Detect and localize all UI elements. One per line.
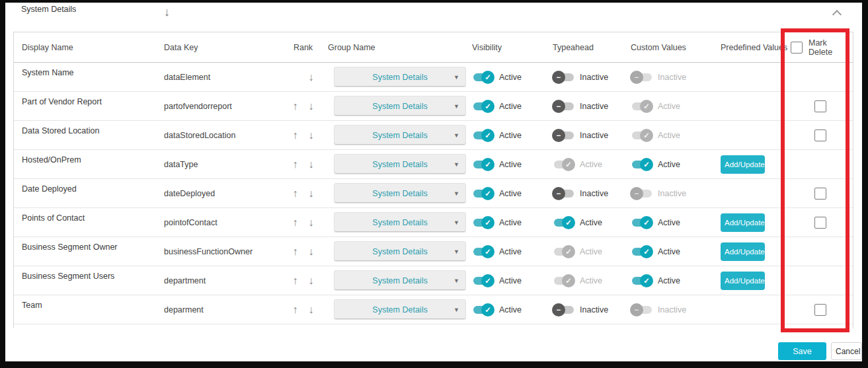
typeahead-toggle[interactable]: ✓: [553, 216, 575, 229]
visibility-toggle[interactable]: ✓: [472, 245, 494, 258]
visibility-toggle[interactable]: ✓: [472, 100, 494, 113]
mark-delete-cell: [788, 217, 853, 229]
custom-values-cell: ✓Active: [631, 274, 715, 287]
display-name-text: System Name: [22, 68, 74, 77]
check-icon: ✓: [640, 216, 653, 229]
add-update-button[interactable]: Add/Update: [721, 155, 765, 174]
rank-cell: ↑↓: [278, 188, 328, 199]
custom-values-toggle[interactable]: ✓: [631, 245, 653, 258]
column-header-typeahead: Typeahead: [553, 43, 631, 52]
rank-up-icon[interactable]: ↑: [290, 159, 301, 170]
mark-delete-checkbox[interactable]: [814, 304, 826, 316]
visibility-cell: ✓Active: [472, 216, 522, 229]
typeahead-state-label: Inactive: [580, 305, 608, 314]
group-name-select[interactable]: System Details▼: [334, 183, 466, 203]
rank-down-icon[interactable]: ↓: [305, 305, 317, 315]
visibility-state-label: Active: [499, 102, 522, 111]
rank-up-icon[interactable]: ↑: [290, 188, 301, 199]
check-icon: ✓: [481, 129, 494, 142]
custom-values-state-label: Inactive: [658, 305, 686, 314]
add-update-button[interactable]: Add/Update: [721, 272, 765, 290]
check-icon: ✓: [481, 71, 494, 84]
data-key-cell: dataType: [156, 160, 278, 169]
typeahead-toggle[interactable]: −: [553, 71, 575, 84]
group-name-select[interactable]: System Details▼: [334, 125, 466, 145]
select-all-delete-checkbox[interactable]: [791, 42, 803, 54]
typeahead-toggle[interactable]: −: [553, 129, 575, 142]
custom-values-toggle[interactable]: ✓: [631, 274, 653, 287]
minus-icon: −: [552, 100, 565, 113]
check-icon: ✓: [640, 245, 653, 258]
mark-delete-checkbox[interactable]: [814, 217, 826, 229]
visibility-toggle[interactable]: ✓: [472, 158, 494, 171]
group-name-select[interactable]: System Details▼: [334, 270, 466, 291]
data-key-cell: partofvendorreport: [156, 102, 278, 111]
display-name-cell: Business Segment Users: [14, 266, 156, 281]
check-icon: ✓: [481, 245, 494, 258]
rank-cell: ↑↓: [278, 72, 328, 83]
visibility-cell: ✓Active: [472, 129, 553, 142]
rank-down-icon[interactable]: ↓: [305, 217, 317, 228]
rank-down-icon[interactable]: ↓: [305, 159, 317, 170]
check-icon: ✓: [481, 303, 494, 316]
group-move-down-icon[interactable]: ↓: [164, 5, 170, 19]
visibility-toggle[interactable]: ✓: [472, 129, 494, 142]
rank-up-icon[interactable]: ↑: [290, 101, 301, 112]
check-icon: ✓: [640, 129, 653, 142]
custom-values-cell: −Inactive: [631, 187, 686, 200]
visibility-toggle[interactable]: ✓: [472, 71, 494, 84]
custom-values-toggle[interactable]: ✓: [631, 158, 653, 171]
rank-up-icon[interactable]: ↑: [290, 305, 301, 315]
add-update-button[interactable]: Add/Update: [721, 242, 765, 261]
custom-values-toggle[interactable]: ✓: [631, 216, 653, 229]
rank-up-icon[interactable]: ↑: [290, 130, 301, 141]
visibility-toggle[interactable]: ✓: [472, 303, 494, 316]
check-icon: ✓: [481, 216, 494, 229]
typeahead-cell: ✓Active: [553, 158, 631, 171]
group-name-cell: System Details▼: [328, 154, 472, 174]
data-key-cell: businessFunctionOwner: [156, 247, 278, 256]
save-button[interactable]: Save: [778, 342, 826, 360]
rank-down-icon[interactable]: ↓: [305, 72, 317, 83]
typeahead-cell: ✓Active: [553, 274, 631, 287]
group-name-select[interactable]: System Details▼: [334, 96, 466, 116]
group-name-select[interactable]: System Details▼: [334, 67, 466, 87]
rank-down-icon[interactable]: ↓: [305, 101, 317, 112]
custom-values-cell: ✓Active: [631, 100, 680, 113]
rank-down-icon[interactable]: ↓: [305, 246, 317, 257]
visibility-toggle[interactable]: ✓: [472, 187, 494, 200]
typeahead-toggle[interactable]: −: [553, 100, 575, 113]
rank-up-icon[interactable]: ↑: [290, 276, 301, 286]
rank-down-icon[interactable]: ↓: [305, 188, 317, 199]
typeahead-toggle[interactable]: −: [553, 187, 575, 200]
rank-down-icon[interactable]: ↓: [305, 130, 317, 141]
typeahead-toggle[interactable]: −: [553, 303, 575, 316]
rank-up-icon[interactable]: ↑: [290, 217, 301, 228]
cancel-button[interactable]: Cancel: [831, 342, 862, 360]
mark-delete-checkbox[interactable]: [814, 129, 826, 141]
visibility-state-label: Active: [499, 276, 522, 285]
rank-down-icon[interactable]: ↓: [305, 276, 317, 286]
data-key-text: department: [164, 276, 206, 285]
group-name-select[interactable]: System Details▼: [334, 212, 466, 233]
group-name-select[interactable]: System Details▼: [334, 154, 466, 174]
group-name-select[interactable]: System Details▼: [334, 299, 466, 320]
visibility-toggle[interactable]: ✓: [472, 216, 494, 229]
visibility-cell: ✓Active: [472, 158, 522, 171]
minus-icon: −: [630, 187, 643, 200]
mark-delete-checkbox[interactable]: [814, 100, 826, 112]
data-key-text: deparment: [164, 305, 204, 314]
group-name-select[interactable]: System Details▼: [334, 241, 466, 262]
add-update-button[interactable]: Add/Update: [721, 213, 765, 232]
mark-delete-checkbox[interactable]: [814, 188, 826, 200]
data-key-text: dataElement: [164, 73, 210, 82]
data-key-cell: dataElement: [156, 73, 278, 82]
data-key-text: businessFunctionOwner: [164, 247, 253, 256]
rank-up-icon[interactable]: ↑: [290, 246, 301, 257]
typeahead-cell: −Inactive: [553, 100, 631, 113]
column-header-rank: Rank: [278, 43, 328, 52]
visibility-toggle[interactable]: ✓: [472, 274, 494, 287]
collapse-section-icon[interactable]: [833, 9, 840, 17]
custom-values-cell: ✓Active: [631, 129, 715, 142]
custom-values-cell: ✓Active: [631, 129, 680, 142]
